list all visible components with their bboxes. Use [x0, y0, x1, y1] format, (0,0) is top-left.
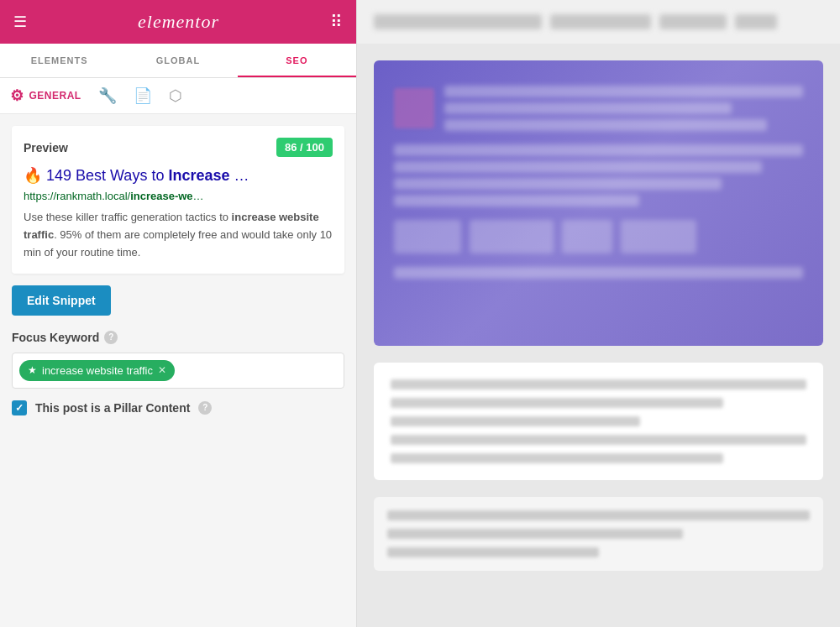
bottom-blur-section — [374, 497, 823, 571]
blur-line — [394, 267, 803, 279]
thumbnail-blur — [394, 88, 434, 128]
big-blur-block — [394, 220, 461, 253]
topbar-blur-2 — [550, 14, 651, 29]
focus-keyword-label: Focus Keyword ? — [12, 331, 344, 344]
purple-row-1 — [394, 86, 803, 131]
ws-blur-line — [391, 416, 640, 426]
tab-seo[interactable]: SEO — [238, 44, 356, 77]
preview-url-base: https://rankmath.local/ — [24, 190, 130, 202]
preview-desc-text2: . 95% of them are completely free and wo… — [24, 228, 332, 259]
ws-blur-line — [391, 398, 723, 408]
blur-line — [444, 102, 732, 114]
preview-card: Preview 86 / 100 🔥 149 Best Ways to Incr… — [12, 126, 344, 274]
blur-line — [394, 195, 639, 206]
pillar-content-checkbox[interactable] — [12, 400, 27, 415]
preview-desc-text: Use these killer traffic generation tact… — [24, 211, 232, 223]
preview-title-bold: Increase — [168, 167, 229, 184]
gear-icon: ⚙ — [10, 86, 24, 105]
topbar-blur-3 — [659, 14, 727, 29]
preview-url: https://rankmath.local/increase-we… — [24, 190, 333, 202]
tab-elements[interactable]: ELEMENTS — [0, 44, 118, 77]
app-logo: elementor — [138, 11, 219, 33]
preview-title-text: 149 Best Ways to — [42, 167, 168, 184]
left-panel: ☰ elementor ⠿ ELEMENTS GLOBAL SEO ⚙ GENE… — [0, 0, 357, 627]
text-lines-3 — [394, 267, 803, 321]
keyword-tag-remove-button[interactable]: ✕ — [158, 364, 166, 376]
grid-icon[interactable]: ⠿ — [330, 12, 343, 32]
blur-line — [444, 86, 803, 97]
pillar-content-help-icon[interactable]: ? — [198, 401, 212, 415]
right-panel — [357, 0, 840, 627]
preview-title: 🔥 149 Best Ways to Increase … — [24, 165, 333, 186]
text-lines-1 — [444, 86, 803, 131]
bs-blur-line — [387, 529, 683, 539]
panel-content: Preview 86 / 100 🔥 149 Best Ways to Incr… — [0, 114, 356, 627]
preview-title-ellipsis: … — [229, 167, 249, 184]
big-blur-block — [562, 220, 612, 253]
bs-blur-line — [387, 510, 810, 520]
keyword-tag-text: increase website traffic — [42, 364, 153, 377]
blur-line — [394, 144, 803, 156]
ws-blur-line — [391, 453, 723, 463]
subtabs: ⚙ GENERAL 🔧 📄 ⬡ — [0, 78, 356, 114]
right-content — [357, 44, 840, 627]
blur-line — [394, 161, 762, 173]
topbar-blur-1 — [374, 14, 542, 29]
blur-line — [394, 178, 722, 190]
ws-blur-line — [391, 379, 806, 389]
topbar-blur-4 — [735, 14, 777, 29]
subtab-general[interactable]: ⚙ GENERAL — [10, 86, 81, 105]
text-lines-2 — [394, 144, 803, 206]
big-blur-block — [621, 220, 696, 253]
preview-url-bold: increase-we — [130, 190, 192, 202]
preview-url-ellipsis: … — [193, 190, 204, 202]
subtab-general-label: GENERAL — [29, 90, 81, 102]
tab-global[interactable]: GLOBAL — [118, 44, 237, 77]
white-content-section — [374, 363, 823, 480]
topbar: ☰ elementor ⠿ — [0, 0, 356, 44]
preview-title-emoji: 🔥 — [24, 167, 42, 184]
keyword-star-icon: ★ — [28, 364, 37, 376]
blur-line — [444, 119, 767, 131]
main-tabs: ELEMENTS GLOBAL SEO — [0, 44, 356, 78]
ws-blur-line — [391, 435, 806, 445]
bs-blur-line — [387, 547, 599, 557]
big-blur-block — [470, 220, 554, 253]
wrench-icon[interactable]: 🔧 — [98, 86, 117, 105]
preview-description: Use these killer traffic generation tact… — [24, 209, 333, 261]
edit-snippet-button[interactable]: Edit Snippet — [12, 285, 111, 316]
pillar-content-row: This post is a Pillar Content ? — [12, 400, 344, 415]
purple-big-row — [394, 220, 803, 253]
right-topbar — [357, 0, 840, 44]
preview-header: Preview 86 / 100 — [24, 138, 333, 157]
preview-label: Preview — [24, 141, 68, 154]
focus-keyword-section: Focus Keyword ? ★ increase website traff… — [12, 331, 344, 389]
share-icon[interactable]: ⬡ — [169, 86, 182, 105]
document-icon[interactable]: 📄 — [134, 86, 152, 105]
keyword-tag: ★ increase website traffic ✕ — [19, 360, 175, 381]
keyword-input-wrapper[interactable]: ★ increase website traffic ✕ — [12, 353, 344, 389]
seo-score-badge: 86 / 100 — [276, 138, 333, 157]
content-preview-block — [374, 60, 823, 346]
pillar-content-label: This post is a Pillar Content — [35, 401, 190, 415]
menu-icon[interactable]: ☰ — [13, 13, 27, 31]
focus-keyword-help-icon[interactable]: ? — [104, 331, 118, 344]
